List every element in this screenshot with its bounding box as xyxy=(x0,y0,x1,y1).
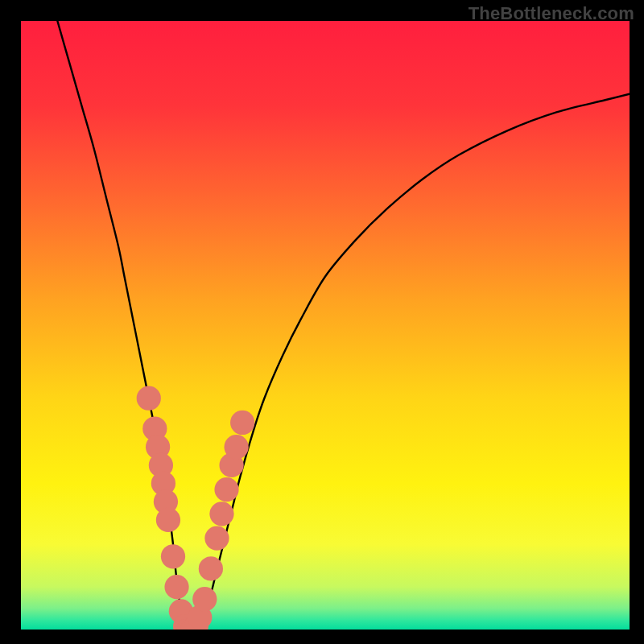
watermark-text: TheBottleneck.com xyxy=(469,3,634,24)
curve-marker xyxy=(137,386,161,411)
curve-marker xyxy=(230,411,254,435)
curve-marker xyxy=(225,435,249,459)
curve-marker xyxy=(214,477,238,502)
outer-frame: TheBottleneck.com xyxy=(0,0,644,644)
curve-marker xyxy=(161,544,185,568)
plot-area xyxy=(21,21,630,630)
chart-svg xyxy=(21,21,630,630)
curve-marker xyxy=(156,508,180,532)
curve-marker xyxy=(164,575,188,599)
curve-marker xyxy=(204,526,229,550)
curve-marker xyxy=(209,502,233,526)
curve-marker xyxy=(199,556,223,580)
curve-marker xyxy=(192,587,217,611)
gradient-background xyxy=(21,21,630,630)
